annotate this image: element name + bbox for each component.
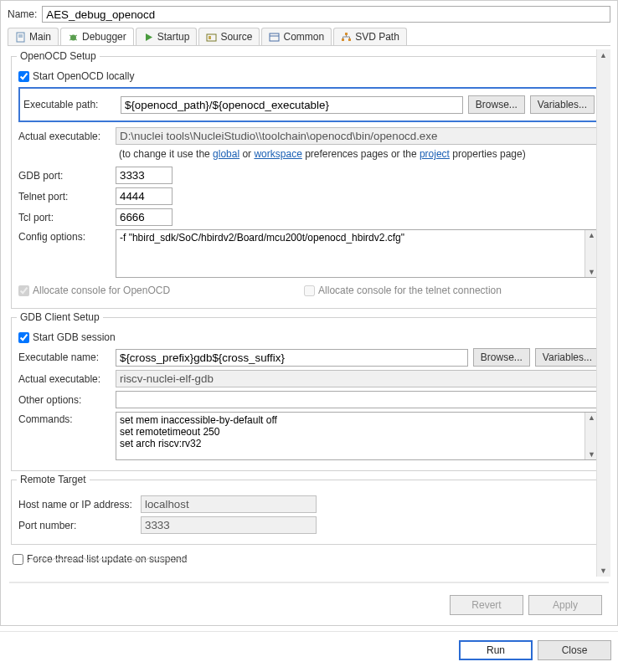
gdb-exec-name-label: Executable name: <box>18 351 111 363</box>
tab-label: Startup <box>157 31 190 43</box>
tab-main[interactable]: Main <box>8 28 59 45</box>
openocd-setup-group: OpenOCD Setup Start OpenOCD locally Exec… <box>11 56 607 309</box>
svg-rect-9 <box>207 34 216 41</box>
gdb-commands-textarea[interactable]: set mem inaccessible-by-default off set … <box>116 413 585 459</box>
host-label: Host name or IP address: <box>18 499 136 510</box>
change-note: (to change it use the global or workspac… <box>119 148 600 160</box>
name-label: Name: <box>8 8 37 20</box>
tcl-port-input[interactable] <box>116 208 173 226</box>
port-label: Port number: <box>18 520 136 531</box>
config-options-label: Config options: <box>18 229 111 243</box>
start-gdb-label: Start GDB session <box>33 331 116 343</box>
tab-startup[interactable]: Startup <box>136 28 198 45</box>
remote-legend: Remote Target <box>17 474 90 485</box>
exec-path-variables-button[interactable]: Variables... <box>530 95 595 114</box>
tab-label: SVD Path <box>355 31 399 43</box>
tab-label: Common <box>283 31 324 43</box>
tabs-bar: Main Debugger Startup Source Common SVD … <box>8 28 610 46</box>
bug-icon <box>68 32 79 43</box>
port-input <box>141 516 317 534</box>
gdb-actual-exec-label: Actual executable: <box>18 373 111 385</box>
force-thread-checkbox[interactable] <box>13 554 23 565</box>
workspace-link[interactable]: workspace <box>254 148 301 160</box>
scroll-down-icon: ▼ <box>600 567 607 575</box>
scroll-down-icon: ▼ <box>588 268 595 276</box>
config-options-textarea[interactable]: -f "hbird_sdk/SoC/hbirdv2/Board/mcu200t/… <box>116 230 585 277</box>
gdb-commands-label: Commands: <box>18 412 111 425</box>
tab-label: Source <box>220 31 252 43</box>
gdb-browse-button[interactable]: Browse... <box>473 348 530 367</box>
run-button[interactable]: Run <box>459 640 533 660</box>
gdb-other-input[interactable] <box>116 391 600 408</box>
tree-icon <box>341 32 352 43</box>
svg-line-4 <box>70 35 71 36</box>
scroll-up-icon: ▲ <box>588 231 595 239</box>
start-gdb-checkbox[interactable] <box>18 332 29 343</box>
apply-button: Apply <box>528 595 602 615</box>
source-icon <box>206 32 217 43</box>
tab-label: Debugger <box>82 31 126 43</box>
svg-line-7 <box>75 39 77 40</box>
actual-exec-input <box>116 127 600 145</box>
exec-path-label: Executable path: <box>23 99 116 110</box>
start-openocd-label: Start OpenOCD locally <box>33 70 134 82</box>
tab-debugger[interactable]: Debugger <box>60 28 134 45</box>
start-openocd-checkbox[interactable] <box>18 71 29 82</box>
force-thread-label: Force thread list update on suspend <box>27 553 187 565</box>
host-input <box>141 495 317 513</box>
gdb-actual-exec-input <box>116 370 600 387</box>
svg-rect-14 <box>342 38 344 41</box>
exec-path-browse-button[interactable]: Browse... <box>468 95 525 114</box>
revert-button: Revert <box>450 595 523 615</box>
gdb-exec-name-input[interactable] <box>116 349 468 367</box>
force-thread-row: Force thread list update on suspend <box>13 553 605 565</box>
svg-rect-11 <box>270 33 279 41</box>
scroll-down-icon: ▼ <box>588 450 595 459</box>
tcl-port-label: Tcl port: <box>18 212 111 223</box>
tab-label: Main <box>29 31 51 43</box>
remote-target-group: Remote Target Host name or IP address: P… <box>11 480 607 545</box>
gdb-other-label: Other options: <box>18 394 111 406</box>
window-icon <box>269 32 280 43</box>
scroll-up-icon: ▲ <box>588 413 595 422</box>
alloc-telnet-label: Allocate console for the telnet connecti… <box>318 285 502 296</box>
svg-marker-8 <box>146 33 152 41</box>
svg-rect-15 <box>348 38 351 41</box>
scroll-up-icon: ▲ <box>600 51 607 59</box>
gdb-legend: GDB Client Setup <box>17 311 103 323</box>
gdb-client-group: GDB Client Setup Start GDB session Execu… <box>11 317 607 471</box>
content-scrollbar[interactable]: ▲ ▼ <box>596 49 610 577</box>
alloc-openocd-checkbox <box>18 285 29 296</box>
name-input[interactable] <box>42 6 610 23</box>
tab-source[interactable]: Source <box>198 28 260 45</box>
telnet-port-input[interactable] <box>116 187 173 205</box>
exec-path-input[interactable] <box>121 96 463 114</box>
alloc-telnet-checkbox <box>304 285 315 296</box>
tab-svd-path[interactable]: SVD Path <box>333 28 407 45</box>
svg-rect-13 <box>345 33 348 35</box>
gdb-port-input[interactable] <box>116 167 173 184</box>
openocd-legend: OpenOCD Setup <box>17 50 100 62</box>
svg-line-5 <box>75 35 77 36</box>
exec-path-highlight: Executable path: Browse... Variables... <box>18 87 600 122</box>
close-button[interactable]: Close <box>538 640 611 660</box>
actual-exec-label: Actual executable: <box>18 131 111 142</box>
tab-common[interactable]: Common <box>261 28 332 45</box>
global-link[interactable]: global <box>213 148 239 160</box>
alloc-openocd-label: Allocate console for OpenOCD <box>33 285 170 296</box>
svg-rect-10 <box>209 36 211 39</box>
gdb-port-label: GDB port: <box>18 170 111 182</box>
telnet-port-label: Telnet port: <box>18 191 111 203</box>
svg-line-6 <box>70 39 71 40</box>
gdb-variables-button[interactable]: Variables... <box>535 348 600 367</box>
play-icon <box>143 32 154 43</box>
project-link[interactable]: project <box>420 148 450 160</box>
document-icon <box>15 32 26 43</box>
